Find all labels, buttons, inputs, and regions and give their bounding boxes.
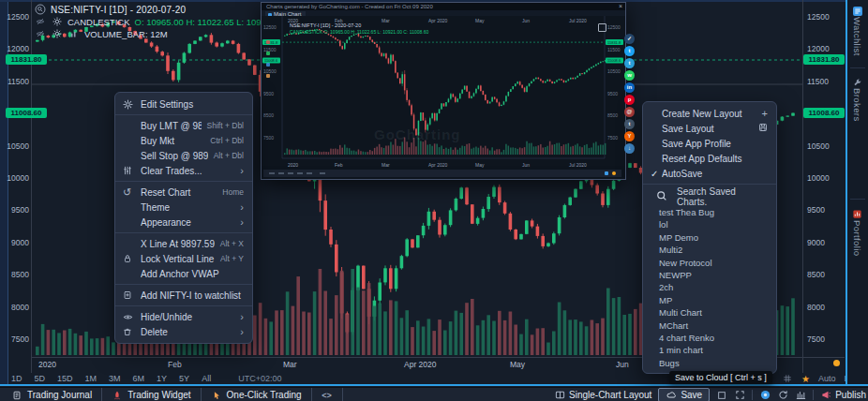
fullscreen-icon[interactable]: [734, 390, 745, 401]
saved-chart-item[interactable]: New Protocol: [643, 257, 776, 269]
share-pinterest-button[interactable]: p: [624, 95, 635, 105]
price-axis-label: 10000: [807, 174, 845, 183]
notification-dot[interactable]: [833, 360, 840, 366]
context-menu-item-hide-unhide[interactable]: Hide/Unhide›: [115, 309, 252, 324]
context-menu-item-add-nifty-i-to-watchlist[interactable]: Add NIFTY-I to watchlist: [115, 288, 252, 303]
share-email-button[interactable]: @: [624, 107, 635, 117]
saved-chart-item[interactable]: Multi Chart: [643, 306, 776, 319]
code-snippet-button[interactable]: <>: [312, 388, 343, 401]
timeframe-all[interactable]: All: [202, 374, 211, 383]
snapshot-copy-icon[interactable]: [598, 23, 606, 32]
volume-bars-icon: [67, 28, 80, 39]
plus-icon: +: [762, 108, 768, 119]
favorite-star-icon[interactable]: ★: [801, 374, 810, 384]
sidebar-tab-watchlist[interactable]: Watchlist: [852, 17, 862, 56]
symbol-search-icon[interactable]: [34, 4, 46, 15]
timeframe-1d[interactable]: 1D: [11, 374, 22, 383]
menu-item-label: Add Anchor VWAP: [141, 269, 244, 279]
timezone-label[interactable]: UTC+02:00: [238, 374, 281, 383]
grid-settings-icon[interactable]: [782, 373, 793, 384]
sidebar-tab-brokers[interactable]: Brokers: [852, 88, 862, 122]
time-axis-label: May: [510, 360, 525, 369]
timeframe-5d[interactable]: 5D: [35, 374, 46, 383]
layout-menu-item-save-layout[interactable]: Save Layout: [643, 121, 776, 136]
saved-chart-item[interactable]: test Thea Bug: [643, 206, 776, 218]
close-icon[interactable]: ×: [619, 3, 622, 10]
layout-menu-item-autosave[interactable]: ✓AutoSave: [643, 166, 776, 181]
saved-charts-search-input[interactable]: Search Saved Charts.: [643, 187, 776, 206]
share-tumblr-button[interactable]: t: [624, 119, 635, 129]
saved-chart-item[interactable]: NEWPP: [643, 269, 776, 281]
trading-journal-button[interactable]: Trading Journal: [2, 388, 102, 401]
context-menu-item-appearance[interactable]: Appearance›: [115, 215, 252, 230]
svg-text:9500: 9500: [607, 91, 618, 97]
timeframe-6m[interactable]: 6M: [133, 374, 145, 383]
eye-icon: [123, 312, 141, 322]
layout-menu-item-create-new-layout[interactable]: Create New Layout+: [643, 106, 776, 121]
saved-chart-item[interactable]: Bugs: [643, 357, 776, 369]
sidebar-tab-portfolio[interactable]: Portfolio: [852, 220, 862, 256]
timeframe-1y[interactable]: 1Y: [157, 374, 167, 383]
trash-icon: [123, 327, 141, 336]
context-menu-item-x-line-at-9897-59[interactable]: X Line At 9897.59Alt + X: [115, 236, 252, 251]
context-menu-item-edit-settings[interactable]: Edit Settings: [115, 97, 252, 111]
timeframe-1m[interactable]: 1M: [85, 374, 97, 383]
snapshot-month-label: 2020: [288, 18, 298, 23]
one-click-trading-button[interactable]: One-Click Trading: [202, 388, 312, 401]
timeframe-15d[interactable]: 15D: [57, 374, 73, 383]
context-menu-item-clear-trades[interactable]: Clear Trades...›: [115, 163, 252, 178]
hide-series-icon[interactable]: [34, 16, 46, 27]
price-axis-label: 9000: [807, 239, 845, 247]
saved-chart-item[interactable]: 4 chart Renko: [643, 332, 776, 344]
snapshot-strip-icon: [605, 171, 608, 175]
single-chart-layout-button[interactable]: Single-Chart Layout: [554, 390, 651, 401]
trading-widget-button[interactable]: Trading Widget: [102, 388, 201, 401]
auto-scale-toggle[interactable]: Auto: [818, 374, 836, 383]
share-hackernews-button[interactable]: Y: [624, 131, 635, 141]
chevron-right-icon: ›: [234, 202, 244, 213]
timeframe-3m[interactable]: 3M: [109, 374, 121, 383]
series-settings-icon[interactable]: [51, 16, 63, 27]
sidebar-divider: [850, 67, 865, 68]
share-linkedin-button[interactable]: in: [624, 82, 635, 93]
hide-volume-icon[interactable]: [34, 28, 46, 39]
saved-chart-item[interactable]: MChart: [643, 319, 776, 332]
publish-button[interactable]: Publish: [820, 390, 866, 401]
price-axis-label: 12500: [6, 13, 29, 22]
saved-chart-item[interactable]: lol: [643, 218, 776, 230]
context-menu-item-theme[interactable]: Theme›: [115, 200, 252, 215]
share-twitter-button[interactable]: t: [624, 46, 635, 56]
context-menu-item-buy-lmt-9897-59[interactable]: Buy LMT @ 9897.59Shift + Dbl: [115, 118, 252, 133]
snapshot-month-label: Jul 2020: [569, 18, 587, 23]
share-whatsapp-button[interactable]: w: [624, 70, 635, 81]
saved-chart-item[interactable]: MP Demo: [643, 231, 776, 244]
snapshot-legend-ohlc: CANDLESTICK O: 10965.00 H: 11022.65 L: 1…: [290, 29, 428, 35]
volume-settings-icon[interactable]: [51, 28, 63, 39]
saved-chart-item[interactable]: Multi2: [643, 244, 776, 256]
saved-chart-item[interactable]: 1 min chart: [643, 344, 776, 356]
context-menu-item-reset-chart[interactable]: ↺Reset ChartHome: [115, 185, 252, 200]
svg-text:11008.6: 11008.6: [607, 58, 621, 63]
saved-chart-item[interactable]: 2ch: [643, 281, 776, 293]
context-menu-item-lock-vertical-line[interactable]: Lock Vertical LineAlt + Y: [115, 251, 252, 266]
save-button[interactable]: Save: [658, 388, 710, 401]
share-copy-link-button[interactable]: ✓: [624, 34, 635, 44]
columns-icon[interactable]: [795, 390, 806, 401]
layout-menu-item-save-app-profile[interactable]: Save App Profile: [643, 136, 776, 151]
lock-icon: [123, 254, 141, 263]
context-menu-item-sell-stop-9897-59[interactable]: Sell Stop @ 9897.59Alt + Dbl: [115, 148, 252, 163]
chevron-right-icon: ›: [234, 217, 244, 228]
layout-menu-item-reset-app-defaults[interactable]: Reset App Defaults: [643, 151, 776, 166]
volume-label: VOLUME_BAR: 12M: [84, 29, 168, 39]
select-region-icon[interactable]: [716, 390, 727, 401]
context-menu-item-delete[interactable]: Delete›: [115, 324, 252, 339]
share-download-button[interactable]: ↓: [624, 143, 635, 154]
context-menu-item-buy-mkt[interactable]: Buy MktCtrl + Dbl: [115, 133, 252, 148]
camera-snapshot-icon[interactable]: [759, 390, 771, 401]
saved-chart-item[interactable]: MP: [643, 294, 776, 306]
timeframe-5y[interactable]: 5Y: [179, 374, 189, 383]
refresh-icon[interactable]: [777, 390, 788, 401]
context-menu-item-add-anchor-vwap[interactable]: Add Anchor VWAP: [115, 266, 252, 281]
share-telegram-button[interactable]: t: [624, 58, 635, 68]
svg-text:11008.6: 11008.6: [264, 58, 278, 63]
